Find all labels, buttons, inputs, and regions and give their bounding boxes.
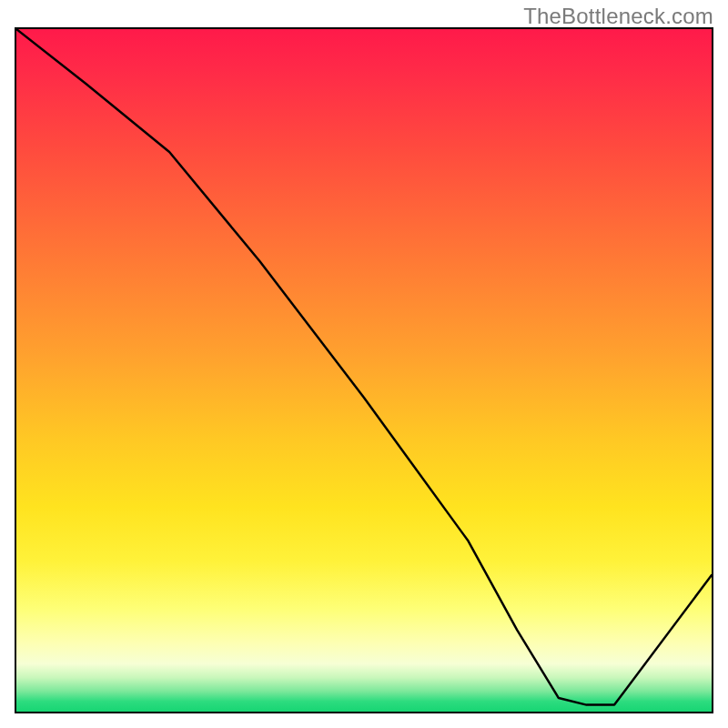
plot-area: [15, 27, 713, 713]
curve-layer: [16, 29, 712, 712]
watermark-text: TheBottleneck.com: [523, 4, 713, 29]
chart-canvas: TheBottleneck.com: [0, 0, 728, 728]
bottleneck-curve: [16, 29, 712, 705]
